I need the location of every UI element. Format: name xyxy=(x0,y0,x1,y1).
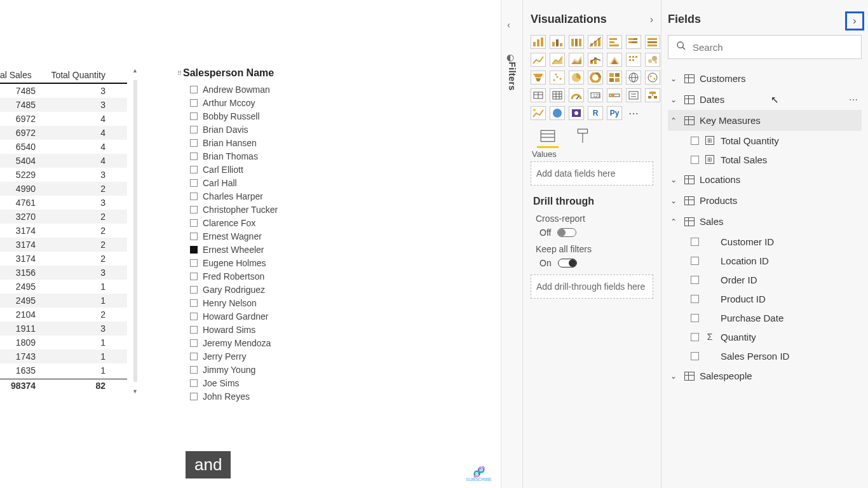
field-item[interactable]: ΣPurchase Date xyxy=(668,308,862,327)
table-sales[interactable]: ⌃ Sales xyxy=(668,211,862,232)
slicer-item[interactable]: Henry Nelson xyxy=(190,296,355,309)
slicer-item[interactable]: Jerry Perry xyxy=(190,349,355,363)
viz-tile[interactable] xyxy=(531,71,546,85)
viz-tile[interactable] xyxy=(626,53,641,67)
chevron-left-icon[interactable]: ‹ xyxy=(507,19,510,30)
checkbox-icon[interactable] xyxy=(190,206,198,214)
checkbox-icon[interactable] xyxy=(190,273,198,280)
viz-tile[interactable] xyxy=(626,71,641,85)
checkbox-icon[interactable] xyxy=(691,276,699,284)
slicer-item[interactable]: Joe Sims xyxy=(190,376,355,390)
cross-report-toggle[interactable] xyxy=(557,228,576,237)
viz-more-icon[interactable]: ⋯ xyxy=(626,106,641,120)
viz-tile-r[interactable]: R xyxy=(588,106,603,120)
checkbox-icon[interactable] xyxy=(190,353,198,360)
format-tab-icon[interactable] xyxy=(575,128,592,144)
slicer-item[interactable]: Brian Davis xyxy=(190,123,355,136)
checkbox-icon[interactable] xyxy=(190,259,198,267)
table-row[interactable]: 74853 xyxy=(0,98,127,112)
checkbox-icon[interactable] xyxy=(691,295,699,303)
table-row[interactable]: 54044 xyxy=(0,154,127,168)
checkbox-icon[interactable] xyxy=(691,314,699,322)
slicer-item[interactable]: Bobby Russell xyxy=(190,109,355,123)
filters-pane-collapsed[interactable]: ‹ ◐ Filters xyxy=(501,0,522,488)
viz-tile[interactable] xyxy=(550,71,565,85)
table-row[interactable]: 19113 xyxy=(0,322,127,336)
slicer-item[interactable]: Arthur Mccoy xyxy=(190,96,355,109)
checkbox-icon[interactable] xyxy=(190,86,198,93)
checkbox-icon[interactable] xyxy=(190,246,198,254)
table-row[interactable]: 52293 xyxy=(0,168,127,182)
viz-tile-py[interactable]: Py xyxy=(607,106,622,120)
table-row[interactable]: 24951 xyxy=(0,294,127,308)
field-item[interactable]: ΣCustomer ID xyxy=(668,232,862,251)
checkbox-icon[interactable] xyxy=(190,166,198,173)
table-row[interactable]: 47613 xyxy=(0,196,127,210)
checkbox-icon[interactable] xyxy=(190,313,198,320)
table-key-measures[interactable]: ⌃ Key Measures xyxy=(668,110,862,131)
field-item[interactable]: ΣQuantity xyxy=(668,327,862,346)
slicer-item[interactable]: Jeremy Mendoza xyxy=(190,336,355,349)
viz-tile[interactable] xyxy=(550,53,565,67)
slicer-item[interactable]: Howard Sims xyxy=(190,323,355,336)
checkbox-icon[interactable] xyxy=(190,339,198,347)
keep-all-filters-toggle[interactable] xyxy=(558,259,577,268)
checkbox-icon[interactable] xyxy=(190,299,198,307)
checkbox-icon[interactable] xyxy=(190,366,198,374)
scroll-up-icon[interactable]: ▲ xyxy=(132,67,138,74)
table-row[interactable]: 17431 xyxy=(0,349,127,363)
viz-tile[interactable] xyxy=(645,71,660,85)
table-row[interactable]: 16351 xyxy=(0,363,127,377)
slicer-item[interactable]: Gary Rodriguez xyxy=(190,283,355,296)
viz-tile[interactable] xyxy=(531,53,546,67)
viz-tile[interactable] xyxy=(531,106,546,120)
more-icon[interactable]: ⋯ xyxy=(849,95,858,105)
table-row[interactable]: 24951 xyxy=(0,280,127,294)
values-drop-well[interactable]: Add data fields here xyxy=(531,161,653,186)
checkbox-icon[interactable] xyxy=(190,179,198,187)
slicer-item[interactable]: Ernest Wheeler xyxy=(190,243,355,256)
table-row[interactable]: 74853 xyxy=(0,84,127,98)
viz-tile[interactable] xyxy=(569,71,584,85)
clear-filters-icon[interactable]: ◐ xyxy=(506,52,514,62)
table-salespeople[interactable]: ⌄ Salespeople xyxy=(668,365,862,386)
slicer-item[interactable]: Howard Gardner xyxy=(190,309,355,323)
slicer-item[interactable]: Christopher Tucker xyxy=(190,203,355,216)
slicer-item[interactable]: Brian Thomas xyxy=(190,149,355,163)
checkbox-icon[interactable] xyxy=(190,112,198,120)
table-scrollbar[interactable]: ▲ ▼ xyxy=(132,67,139,395)
checkbox-icon[interactable] xyxy=(190,152,198,160)
expand-fields-button[interactable]: › xyxy=(845,11,864,30)
table-row[interactable]: 32702 xyxy=(0,210,127,224)
table-row[interactable]: 69724 xyxy=(0,112,127,126)
slicer-item[interactable]: Carl Elliott xyxy=(190,163,355,176)
drill-through-drop-well[interactable]: Add drill-through fields here xyxy=(531,274,653,299)
checkbox-icon[interactable] xyxy=(190,393,198,400)
viz-tile[interactable] xyxy=(645,53,660,67)
viz-tile[interactable] xyxy=(531,88,546,102)
viz-tile[interactable] xyxy=(645,35,660,49)
table-row[interactable]: 49902 xyxy=(0,182,127,196)
table-row[interactable]: 31742 xyxy=(0,238,127,252)
table-dates[interactable]: ⌄ Dates ↖ ⋯ xyxy=(668,89,862,110)
viz-tile[interactable] xyxy=(550,35,565,49)
viz-tile[interactable] xyxy=(569,106,584,120)
slicer-item[interactable]: Ernest Wagner xyxy=(190,229,355,243)
slicer-item[interactable]: Jimmy Young xyxy=(190,363,355,376)
column-header-sales[interactable]: tal Sales xyxy=(0,67,39,83)
viz-tile[interactable] xyxy=(569,35,584,49)
scroll-down-icon[interactable]: ▼ xyxy=(132,388,138,395)
slicer-item[interactable]: Andrew Bowman xyxy=(190,83,355,96)
field-item[interactable]: ΣLocation ID xyxy=(668,251,862,270)
viz-tile[interactable] xyxy=(626,35,641,49)
checkbox-icon[interactable] xyxy=(190,326,198,334)
viz-tile[interactable]: 123 xyxy=(588,88,603,102)
checkbox-icon[interactable] xyxy=(190,139,198,147)
table-row[interactable]: 69724 xyxy=(0,126,127,140)
field-item[interactable]: ΣProduct ID xyxy=(668,289,862,308)
slicer-item[interactable]: Carl Hall xyxy=(190,176,355,189)
slicer-item[interactable]: Clarence Fox xyxy=(190,216,355,229)
checkbox-icon[interactable] xyxy=(691,137,699,145)
viz-tile[interactable] xyxy=(588,35,603,49)
viz-tile[interactable] xyxy=(588,53,603,67)
